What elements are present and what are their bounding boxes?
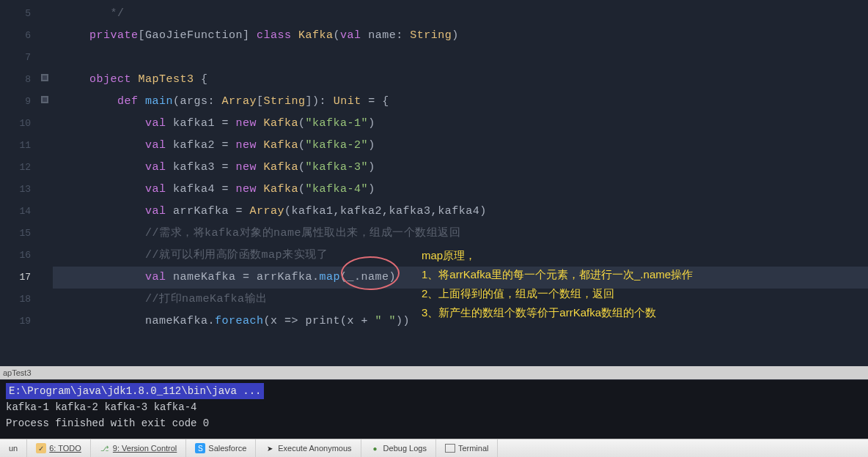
token-ident: ) (368, 161, 375, 174)
vc-icon: ⎇ (100, 443, 110, 453)
collapse-icon[interactable] (40, 73, 50, 83)
token-ident: { (194, 73, 208, 86)
token-sp (62, 249, 145, 261)
code-line[interactable]: val kafka4 = new Kafka("kafka-4") (53, 179, 868, 201)
token-str: "kafka-4" (306, 183, 369, 196)
code-line[interactable]: nameKafka.foreach(x => print(x + " ")) (53, 311, 868, 332)
code-body[interactable]: map原理， 1、将arrKafka里的每一个元素，都进行一次_.name操作 … (53, 0, 868, 366)
execute-anonymous-tool[interactable]: ➤ Execute Anonymous (256, 439, 361, 457)
token-cmt: //需求，将kafka对象的name属性取出来，组成一个数组返回 (145, 227, 460, 239)
todo-tool[interactable]: ✓ 6: TODO (27, 439, 91, 457)
token-ident: )) (396, 315, 410, 327)
code-line[interactable] (53, 47, 868, 69)
token-ident: ( (298, 139, 306, 152)
salesforce-tool[interactable]: S Salesforce (186, 439, 256, 457)
token-ident: (kafka1,kafka2,kafka3,kafka4) (284, 205, 487, 218)
code-line[interactable]: val nameKafka = arrKafka.map(_.name) (53, 267, 868, 289)
token-ident: kafka3 = (173, 161, 236, 174)
token-sp (62, 271, 145, 283)
token-kw: val (145, 117, 173, 130)
token-ident: kafka4 = (173, 183, 236, 196)
code-line[interactable]: object MapTest3 { (53, 69, 868, 91)
token-ident: (_.name) (340, 271, 396, 283)
token-ident: ( (334, 29, 341, 42)
line-number: 19 (0, 311, 37, 332)
token-str: " " (375, 315, 397, 327)
code-line[interactable]: val kafka3 = new Kafka("kafka-3") (53, 157, 868, 179)
token-ident: nameKafka = arrKafka. (173, 271, 320, 283)
run-label: un (9, 444, 18, 453)
fold-slot (37, 69, 53, 91)
fold-slot (37, 25, 53, 47)
token-kw: val (145, 205, 173, 218)
token-sp (62, 315, 145, 327)
line-number: 11 (0, 135, 37, 157)
token-sp (62, 183, 145, 196)
todo-icon: ✓ (36, 443, 46, 453)
code-line[interactable]: def main(args: Array[String]): Unit = { (53, 91, 868, 113)
line-number: 16 (0, 245, 37, 267)
token-type: MapTest3 (139, 73, 194, 86)
salesforce-label: Salesforce (208, 444, 246, 453)
token-kw: private (89, 29, 139, 42)
token-type: Kafka (264, 117, 299, 130)
debug-icon: ● (370, 443, 380, 453)
token-kw: class (257, 29, 298, 42)
run-tab-label[interactable]: apTest3 (0, 366, 868, 379)
vc-label: 9: Version Control (113, 444, 177, 453)
run-tool[interactable]: un (0, 439, 27, 457)
token-ident: ) (368, 117, 375, 130)
code-line[interactable]: val kafka2 = new Kafka("kafka-2") (53, 135, 868, 157)
code-line[interactable]: val kafka1 = new Kafka("kafka-1") (53, 113, 868, 135)
token-ident: ( (298, 183, 306, 196)
collapse-icon[interactable] (40, 94, 50, 105)
token-kw: val (145, 271, 173, 283)
token-kw: val (145, 183, 173, 196)
token-str: "kafka-2" (306, 139, 369, 152)
token-type: String (410, 29, 452, 42)
console-panel[interactable]: E:\Program\java\jdk1.8.0_112\bin\java ..… (0, 379, 868, 439)
token-cmt: */ (111, 7, 125, 20)
fold-slot (37, 91, 53, 113)
line-number: 7 (0, 47, 37, 69)
token-ident: = { (361, 95, 389, 108)
console-output-1: kafka-1 kafka-2 kafka-3 kafka-4 (6, 399, 862, 415)
line-number: 14 (0, 201, 37, 223)
todo-label: 6: TODO (49, 444, 81, 453)
token-kw: new (236, 161, 264, 174)
line-number: 5 (0, 3, 37, 25)
token-sp (62, 95, 117, 108)
token-cmt: //打印nameKafka输出 (145, 293, 268, 305)
version-control-tool[interactable]: ⎇ 9: Version Control (91, 439, 186, 457)
token-ident: [ (257, 95, 264, 108)
code-line[interactable]: //打印nameKafka输出 (53, 289, 868, 311)
code-line[interactable]: private[GaoJieFunction] class Kafka(val … (53, 25, 868, 47)
token-type: Kafka (264, 161, 299, 174)
token-fn: foreach (215, 315, 264, 327)
code-editor[interactable]: 5678910111213141516171819 map原理， 1、将arrK… (0, 0, 868, 366)
execute-label: Execute Anonymous (278, 444, 351, 453)
token-sp (62, 161, 145, 174)
token-type: Kafka (264, 139, 299, 152)
code-line[interactable]: val arrKafka = Array(kafka1,kafka2,kafka… (53, 201, 868, 223)
token-ident: ( (298, 117, 306, 130)
fold-slot (37, 201, 53, 223)
fold-slot (37, 47, 53, 69)
debug-logs-tool[interactable]: ● Debug Logs (361, 439, 436, 457)
code-line[interactable]: //需求，将kafka对象的name属性取出来，组成一个数组返回 (53, 223, 868, 245)
line-number: 12 (0, 157, 37, 179)
line-number: 10 (0, 113, 37, 135)
code-line[interactable]: //就可以利用高阶函数map来实现了 (53, 245, 868, 267)
token-sp (62, 29, 89, 42)
line-number: 13 (0, 179, 37, 201)
token-kw: def (117, 95, 145, 108)
code-line[interactable]: */ (53, 3, 868, 25)
terminal-tool[interactable]: Terminal (436, 439, 499, 457)
token-ident: name: (368, 29, 410, 42)
token-type: Array (250, 205, 285, 218)
line-number: 8 (0, 69, 37, 91)
token-kw: val (145, 161, 173, 174)
token-kw: new (236, 183, 264, 196)
line-number: 17 (0, 267, 37, 289)
token-type: Array (222, 95, 257, 108)
